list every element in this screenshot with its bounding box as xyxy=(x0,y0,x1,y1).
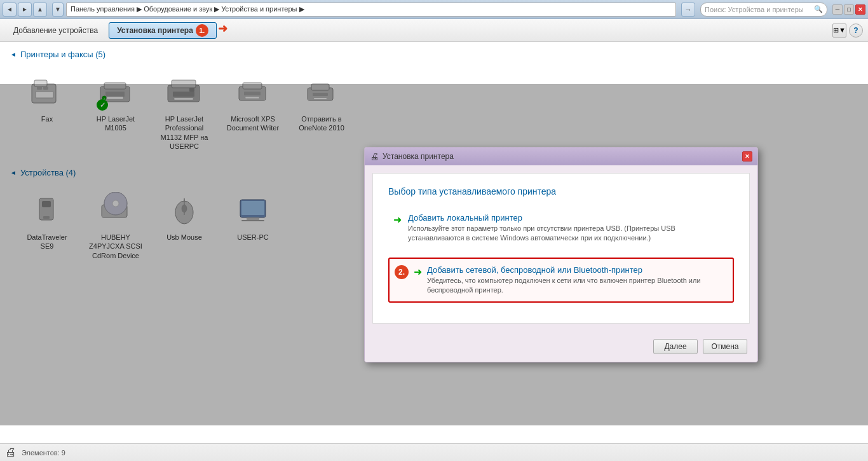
install-printer-label: Установка принтера xyxy=(117,26,193,35)
step1-badge: 1. xyxy=(196,24,208,37)
elements-count: Элементов: 9 xyxy=(22,449,65,457)
option1-arrow-icon: ➜ xyxy=(393,214,402,226)
status-bar: 🖨 Элементов: 9 xyxy=(0,443,868,461)
nav-buttons: ◄ ► ▲ xyxy=(3,3,47,17)
minimize-button[interactable]: ─ xyxy=(832,4,843,15)
dialog-cancel-button[interactable]: Отмена xyxy=(703,339,747,354)
go-button[interactable]: → xyxy=(681,3,695,17)
breadcrumb: Панель управления ▶ Оборудование и звук … xyxy=(66,3,676,17)
dialog-body: Выбор типа устанавливаемого принтера ➜ Д… xyxy=(372,173,750,324)
toolbar: Добавление устройства Установка принтера… xyxy=(0,19,868,42)
option1-desc: Используйте этот параметр только при отс… xyxy=(408,224,729,244)
title-bar-left: ◄ ► ▲ ▼ Панель управления ▶ Оборудование… xyxy=(3,3,827,17)
dialog-option-local[interactable]: ➜ Добавить локальный принтер Используйте… xyxy=(388,207,734,250)
back-button[interactable]: ◄ xyxy=(3,3,17,17)
close-button[interactable]: ✕ xyxy=(855,4,865,15)
view-controls: ⊞▼ ? xyxy=(832,24,863,38)
dialog-footer: Далее Отмена xyxy=(365,331,757,362)
maximize-button[interactable]: □ xyxy=(844,4,854,15)
recent-button[interactable]: ▼ xyxy=(52,3,64,17)
view-toggle-button[interactable]: ⊞▼ xyxy=(832,24,846,38)
search-icon: 🔍 xyxy=(814,5,823,13)
window-controls: ─ □ ✕ xyxy=(832,4,865,15)
help-button[interactable]: ? xyxy=(849,24,863,38)
dialog-title-text: Установка принтера xyxy=(383,152,454,161)
option1-content: Добавить локальный принтер Используйте э… xyxy=(408,213,729,244)
dialog-title-left: 🖨 Установка принтера xyxy=(370,151,454,162)
main-content: Принтеры и факсы (5) Fax xyxy=(0,42,868,443)
option2-arrow-icon: ➜ xyxy=(414,266,422,278)
option2-desc: Убедитесь, что компьютер подключен к сет… xyxy=(427,276,728,296)
search-placeholder: Поиск: Устройства и принтеры xyxy=(705,6,804,13)
step2-badge: 2. xyxy=(395,265,409,279)
option1-title: Добавить локальный принтер xyxy=(408,213,729,223)
dialog-next-button[interactable]: Далее xyxy=(653,339,698,354)
dialog-close-button[interactable]: ✕ xyxy=(742,151,752,162)
status-printer-icon: 🖨 xyxy=(5,446,17,459)
add-device-label: Добавление устройства xyxy=(13,26,98,35)
up-button[interactable]: ▲ xyxy=(33,3,47,17)
install-printer-button[interactable]: Установка принтера 1. ➜ xyxy=(109,22,217,39)
arrow-to-button-icon: ➜ xyxy=(218,22,227,36)
install-printer-dialog: 🖨 Установка принтера ✕ Выбор типа устана… xyxy=(364,147,758,363)
modal-overlay: 🖨 Установка принтера ✕ Выбор типа устана… xyxy=(0,84,868,425)
option2-content: Добавить сетевой, беспроводной или Bluet… xyxy=(427,265,728,296)
printers-header-text: Принтеры и факсы (5) xyxy=(20,50,105,59)
forward-button[interactable]: ► xyxy=(18,3,32,17)
printers-section-header: Принтеры и факсы (5) xyxy=(10,50,858,59)
dialog-option-network[interactable]: 2. ➜ Добавить сетевой, беспроводной или … xyxy=(388,258,734,303)
dialog-title-bar: 🖨 Установка принтера ✕ xyxy=(365,148,757,165)
breadcrumb-text: Панель управления ▶ Оборудование и звук … xyxy=(71,5,304,13)
title-bar: ◄ ► ▲ ▼ Панель управления ▶ Оборудование… xyxy=(0,0,868,19)
add-device-button[interactable]: Добавление устройства xyxy=(5,22,106,39)
option2-title: Добавить сетевой, беспроводной или Bluet… xyxy=(427,265,728,275)
dialog-printer-icon: 🖨 xyxy=(370,151,379,162)
dialog-subtitle: Выбор типа устанавливаемого принтера xyxy=(388,186,734,196)
search-bar[interactable]: Поиск: Устройства и принтеры 🔍 xyxy=(700,3,827,17)
